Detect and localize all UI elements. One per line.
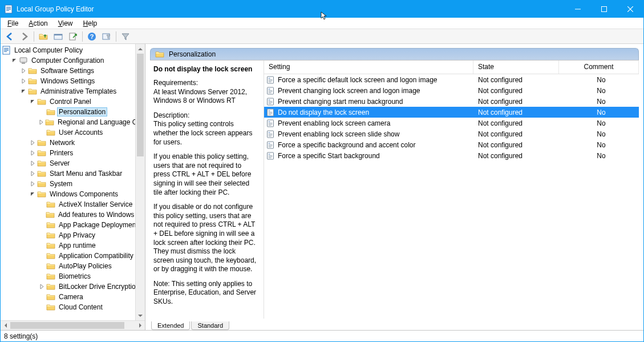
tree-label: Computer Configuration	[30, 57, 105, 65]
scroll-thumb[interactable]	[137, 54, 144, 156]
tree-label: BitLocker Drive Encryption	[58, 283, 140, 291]
minimize-button[interactable]	[565, 1, 591, 18]
tree-item[interactable]: Biometrics	[1, 271, 145, 281]
tree-item[interactable]: System	[1, 179, 145, 189]
menu-action[interactable]: Action	[24, 18, 52, 29]
scroll-thumb[interactable]	[10, 322, 124, 329]
twisty-icon[interactable]	[38, 263, 45, 269]
policy-comment: No	[559, 141, 639, 149]
tree-item[interactable]: Computer Configuration	[1, 55, 145, 66]
tree-label: App Package Deployment	[58, 221, 139, 229]
policy-row[interactable]: Do not display the lock screenNot config…	[264, 107, 639, 118]
twisty-icon[interactable]	[38, 108, 45, 115]
tree-item[interactable]: Server	[1, 158, 145, 168]
scroll-up-icon[interactable]	[136, 44, 145, 54]
maximize-button[interactable]	[591, 1, 617, 18]
twisty-icon[interactable]	[29, 139, 36, 146]
policy-row[interactable]: Prevent changing lock screen and logon i…	[264, 85, 639, 96]
tree-item[interactable]: Application Compatibility	[1, 251, 145, 261]
tree-item[interactable]: Network	[1, 138, 145, 148]
twisty-icon[interactable]	[38, 232, 45, 239]
filter-options-button[interactable]	[100, 30, 114, 43]
tree-item[interactable]: Windows Settings	[1, 76, 145, 86]
policy-row[interactable]: Force a specific default lock screen and…	[264, 74, 639, 85]
column-comment[interactable]: Comment	[559, 61, 639, 74]
tree-item[interactable]: App Privacy	[1, 230, 145, 240]
policy-comment: No	[559, 76, 639, 84]
tab-standard[interactable]: Standard	[191, 321, 229, 330]
twisty-icon[interactable]	[20, 78, 27, 85]
twisty-icon[interactable]	[38, 211, 44, 218]
twisty-icon[interactable]	[29, 170, 36, 177]
tree-root[interactable]: Local Computer Policy	[1, 45, 145, 55]
scroll-left-icon[interactable]	[1, 321, 10, 330]
titlebar[interactable]: Local Group Policy Editor	[1, 1, 643, 18]
tree-item[interactable]: Regional and Language Options	[1, 117, 145, 127]
filter-button[interactable]	[119, 30, 132, 43]
twisty-icon[interactable]	[29, 150, 36, 156]
menu-view[interactable]: View	[54, 18, 78, 29]
policy-name: Force a specific Start background	[278, 152, 380, 160]
export-button[interactable]	[66, 30, 80, 43]
twisty-icon[interactable]	[38, 222, 45, 228]
twisty-icon[interactable]	[38, 119, 44, 126]
tree-item[interactable]: BitLocker Drive Encryption	[1, 281, 145, 292]
horizontal-scrollbar[interactable]	[1, 320, 145, 330]
policy-row[interactable]: Prevent enabling lock screen cameraNot c…	[264, 118, 639, 128]
twisty-icon[interactable]	[38, 252, 45, 259]
separator	[116, 31, 116, 42]
help-button[interactable]	[85, 30, 99, 43]
tree-item[interactable]: Camera	[1, 292, 145, 302]
twisty-icon[interactable]	[38, 293, 45, 300]
policy-row[interactable]: Force a specific background and accent c…	[264, 139, 639, 150]
tree-item[interactable]: Personalization	[1, 107, 145, 117]
twisty-icon[interactable]	[29, 180, 36, 187]
scroll-right-icon[interactable]	[135, 321, 145, 330]
policy-icon	[266, 152, 274, 160]
tree-item[interactable]: AutoPlay Policies	[1, 261, 145, 271]
twisty-icon[interactable]	[38, 201, 45, 208]
tree-item[interactable]: ActiveX Installer Service	[1, 199, 145, 210]
tab-extended[interactable]: Extended	[151, 321, 190, 330]
tree-item[interactable]: Start Menu and Taskbar	[1, 168, 145, 179]
policy-state: Not configured	[473, 108, 559, 116]
back-button[interactable]	[3, 30, 17, 43]
column-state[interactable]: State	[473, 61, 559, 74]
vertical-scrollbar[interactable]	[135, 44, 145, 320]
tree-item[interactable]: Administrative Templates	[1, 86, 145, 96]
close-button[interactable]	[617, 1, 643, 18]
twisty-icon[interactable]	[38, 273, 45, 280]
forward-button[interactable]	[18, 30, 31, 43]
twisty-icon[interactable]	[29, 160, 36, 167]
menu-file[interactable]: Fdocument.currentScript.previousSibling.…	[3, 18, 23, 29]
twisty-icon[interactable]	[38, 129, 45, 136]
tree-item[interactable]: Software Settings	[1, 66, 145, 76]
scroll-down-icon[interactable]	[136, 311, 145, 320]
twisty-icon[interactable]	[38, 242, 45, 249]
policy-row[interactable]: Force a specific Start backgroundNot con…	[264, 150, 639, 161]
tree-item[interactable]: Windows Components	[1, 189, 145, 199]
tree-label: Application Compatibility	[58, 252, 135, 260]
menu-help[interactable]: Help	[79, 18, 102, 29]
twisty-icon[interactable]	[11, 57, 18, 64]
tree-item[interactable]: Cloud Content	[1, 302, 145, 312]
twisty-icon[interactable]	[29, 98, 36, 105]
tree-item[interactable]: App runtime	[1, 240, 145, 251]
column-setting[interactable]: Setting	[264, 61, 473, 74]
twisty-icon[interactable]	[20, 88, 27, 95]
policy-row[interactable]: Prevent enabling lock screen slide showN…	[264, 128, 639, 139]
tree-item[interactable]: Printers	[1, 148, 145, 158]
tree[interactable]: Local Computer PolicyComputer Configurat…	[1, 44, 145, 313]
tree-item[interactable]: Add features to Windows 10	[1, 210, 145, 220]
policy-state: Not configured	[473, 141, 559, 149]
tree-item[interactable]: App Package Deployment	[1, 220, 145, 230]
twisty-icon[interactable]	[20, 67, 27, 74]
twisty-icon[interactable]	[29, 191, 36, 198]
up-button[interactable]	[37, 30, 50, 43]
twisty-icon[interactable]	[38, 283, 45, 290]
policy-row[interactable]: Prevent changing start menu backgroundNo…	[264, 96, 639, 107]
twisty-icon[interactable]	[38, 304, 45, 311]
tree-item[interactable]: Control Panel	[1, 96, 145, 107]
properties-button[interactable]	[51, 30, 65, 43]
tree-item[interactable]: User Accounts	[1, 127, 145, 138]
